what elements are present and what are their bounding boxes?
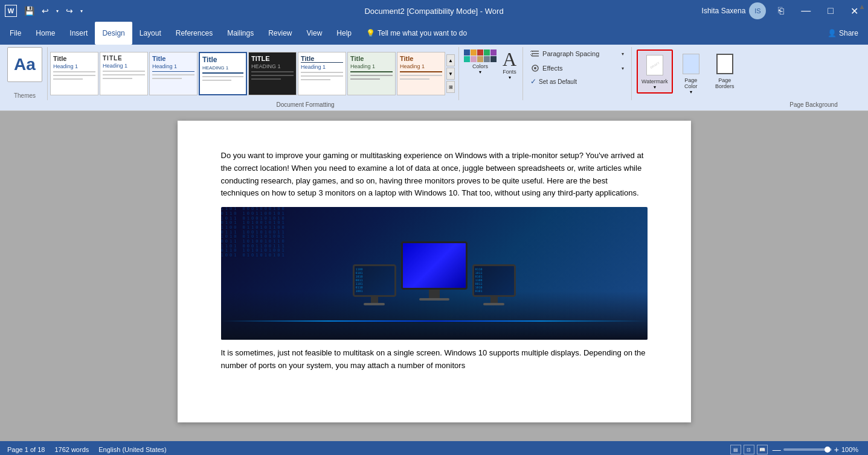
language-indicator[interactable]: English (United States)	[98, 446, 167, 453]
language-text: English (United States)	[98, 446, 167, 453]
swatch-3	[477, 49, 483, 56]
maximize-button[interactable]: □	[823, 4, 838, 18]
themes-button[interactable]: Aa	[7, 47, 42, 82]
zoom-level[interactable]: 100%	[841, 446, 861, 453]
set-as-default-button[interactable]: ✓ Set as Default	[528, 76, 626, 87]
themes-aa-text: Aa	[14, 56, 36, 73]
gallery-more-button[interactable]: ⊞	[446, 81, 455, 93]
style-item-3[interactable]: Title Heading 1	[149, 52, 198, 95]
lightbulb-icon: 💡	[366, 29, 375, 37]
set-as-default-label: Set as Default	[539, 78, 577, 85]
page-borders-label: PageBorders	[715, 77, 735, 89]
menu-review[interactable]: Review	[261, 22, 299, 45]
style-gallery: Title Heading 1 TITLE Heading 1 Title	[48, 47, 459, 100]
page-count-text: Page 1 of 18	[7, 446, 45, 453]
undo-button[interactable]: ↩	[39, 5, 51, 17]
user-name: Ishita Saxena	[702, 7, 746, 15]
web-layout-button[interactable]: ⊡	[744, 445, 754, 454]
redo-button[interactable]: ↪	[63, 5, 76, 17]
restore-down-icon[interactable]: ⎗	[773, 4, 789, 18]
zoom-in-button[interactable]: +	[834, 445, 839, 454]
page-borders-button[interactable]: PageBorders	[709, 49, 741, 92]
para-section-footer	[638, 101, 759, 108]
menu-view[interactable]: View	[300, 22, 330, 45]
style-item-2[interactable]: TITLE Heading 1	[100, 52, 148, 95]
effects-label: Effects	[542, 65, 562, 72]
swatch-8	[477, 56, 483, 62]
word-icon: W	[5, 5, 17, 17]
monitor-left: 1100010110100011110101101001	[353, 264, 396, 305]
fonts-button[interactable]: A Fonts ▾	[500, 47, 519, 100]
svg-rect-2	[532, 56, 539, 57]
colors-button[interactable]: Colors ▾	[463, 47, 498, 100]
page-color-icon	[679, 52, 703, 76]
style-item-7[interactable]: Title Heading 1	[347, 52, 396, 95]
zoom-bar: — + 100%	[773, 445, 861, 454]
menu-file[interactable]: File	[2, 22, 28, 45]
document-area: Do you want to improve your gaming or mu…	[0, 111, 868, 441]
menu-design[interactable]: Design	[95, 22, 132, 45]
swatch-2	[471, 49, 477, 56]
neon-floor	[221, 320, 648, 322]
watermark-label: Watermark	[641, 78, 668, 84]
zoom-slider-thumb	[825, 447, 831, 453]
svg-point-4	[534, 67, 536, 69]
page-count[interactable]: Page 1 of 18	[7, 446, 45, 453]
paragraph-spacing-label: Paragraph Spacing	[542, 50, 599, 57]
view-buttons: ▤ ⊡ 📖	[730, 445, 768, 454]
page-background-inner: Watermark ▾ PageColor ▾	[637, 47, 741, 100]
page-bg-section-footer: Page Background	[759, 101, 868, 108]
style-item-4[interactable]: Title HEADING 1	[199, 52, 247, 95]
effects-button[interactable]: Effects ▾	[528, 62, 626, 75]
effects-dropdown: ▾	[622, 66, 624, 71]
monitor-stand-center	[429, 290, 440, 298]
status-bar-right: ▤ ⊡ 📖 — + 100%	[730, 445, 861, 454]
style-item-1[interactable]: Title Heading 1	[50, 52, 98, 95]
document-paragraph-2: It is sometimes, just not feasible to mu…	[221, 347, 648, 372]
save-button[interactable]: 💾	[22, 5, 37, 17]
menu-references[interactable]: References	[169, 22, 220, 45]
monitor-center	[401, 241, 468, 301]
page-color-button[interactable]: PageColor ▾	[675, 49, 707, 97]
swatch-4	[484, 49, 490, 56]
swatch-6	[464, 56, 470, 62]
undo-dropdown[interactable]: ▾	[54, 7, 61, 15]
ribbon: Aa Themes Title Heading 1 TITLE Heading …	[0, 45, 868, 111]
menu-home[interactable]: Home	[28, 22, 62, 45]
page-borders-icon	[713, 52, 737, 76]
style-item-8[interactable]: Title Heading 1	[397, 52, 445, 95]
word-count-text: 1762 words	[54, 446, 89, 453]
gallery-down-button[interactable]: ▼	[446, 68, 455, 80]
style-item-5[interactable]: TITLE HEADING 1	[248, 52, 297, 95]
colors-fonts-section: Colors ▾ A Fonts ▾	[459, 47, 523, 100]
document-paragraph-1: Do you want to improve your gaming or mu…	[221, 150, 648, 200]
menu-layout[interactable]: Layout	[132, 22, 169, 45]
zoom-out-button[interactable]: —	[773, 445, 781, 454]
menu-tell-me[interactable]: 💡 Tell me what you want to do	[359, 22, 474, 45]
menu-mailings[interactable]: Mailings	[220, 22, 261, 45]
effects-icon	[530, 63, 540, 73]
print-layout-button[interactable]: ▤	[730, 445, 741, 454]
read-mode-button[interactable]: 📖	[757, 445, 768, 454]
menu-insert[interactable]: Insert	[62, 22, 95, 45]
zoom-slider[interactable]	[783, 448, 832, 451]
paragraph-spacing-button[interactable]: Paragraph Spacing ▾	[528, 47, 626, 60]
themes-section-footer	[0, 101, 45, 108]
share-button[interactable]: 👤 Share	[820, 22, 866, 45]
monitor-screen-center	[401, 241, 468, 290]
document-page[interactable]: Do you want to improve your gaming or mu…	[178, 121, 691, 422]
gallery-up-button[interactable]: ▲	[446, 54, 455, 66]
menu-help[interactable]: Help	[329, 22, 359, 45]
fonts-label: Fonts	[503, 69, 516, 75]
swatch-1	[464, 49, 470, 56]
title-bar-right: Ishita Saxena IS ⎗ — □ ✕	[702, 2, 863, 19]
paragraph-spacing-dropdown: ▾	[622, 51, 624, 57]
ribbon-collapse-button[interactable]: ▲	[858, 2, 866, 11]
status-bar: Page 1 of 18 1762 words English (United …	[0, 441, 868, 455]
word-count[interactable]: 1762 words	[54, 446, 89, 453]
customize-quick-access[interactable]: ▾	[78, 7, 85, 15]
monitor-group: 1100010110100011110101101001 0110	[353, 241, 516, 305]
minimize-button[interactable]: —	[796, 4, 815, 18]
style-item-6[interactable]: Title Heading 1	[298, 52, 346, 95]
watermark-button[interactable]: Watermark ▾	[637, 49, 673, 94]
